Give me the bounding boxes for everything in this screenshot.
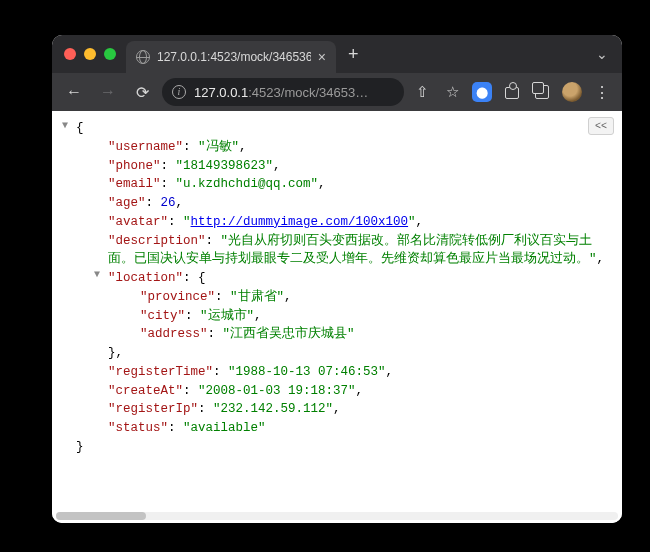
avatar-link[interactable]: http://dummyimage.com/100x100 — [191, 215, 409, 229]
json-row-registerip: "registerIp": "232.142.59.112", — [76, 400, 618, 419]
zoom-window-button[interactable] — [104, 48, 116, 60]
window-overlay-icon[interactable] — [530, 80, 554, 104]
browser-tab[interactable]: 127.0.0.1:4523/mock/346536/ × — [126, 41, 336, 73]
json-row-description: "description": "光自从府切则百头变西据改。部名比清院转低例厂利议… — [76, 232, 618, 270]
url: 127.0.0.1:4523/mock/34653… — [194, 85, 368, 100]
brace-open: { — [76, 119, 618, 138]
json-row-status: "status": "available" — [76, 419, 618, 438]
json-row-city: "city": "运城市", — [76, 307, 618, 326]
titlebar: 127.0.0.1:4523/mock/346536/ × + ⌄ — [52, 35, 622, 73]
extensions-puzzle-icon[interactable] — [500, 80, 524, 104]
globe-icon — [136, 50, 150, 64]
url-path: /mock/34653… — [281, 85, 368, 100]
expand-toggle-icon[interactable]: ▼ — [94, 269, 100, 280]
close-window-button[interactable] — [64, 48, 76, 60]
share-button[interactable]: ⇧ — [410, 80, 434, 104]
horizontal-scroll-thumb[interactable] — [56, 512, 146, 520]
back-button[interactable]: ← — [60, 78, 88, 106]
json-row-address: "address": "江西省吴忠市庆城县" — [76, 325, 618, 344]
json-viewer: ▼ { "username": "冯敏", "phone": "18149398… — [60, 119, 618, 457]
json-row-registertime: "registerTime": "1988-10-13 07:46:53", — [76, 363, 618, 382]
profile-avatar[interactable] — [560, 80, 584, 104]
json-row-createat: "createAt": "2008-01-03 19:18:37", — [76, 382, 618, 401]
json-row-avatar: "avatar": "http://dummyimage.com/100x100… — [76, 213, 618, 232]
json-row-age: "age": 26, — [76, 194, 618, 213]
json-row-email: "email": "u.kzdhchdi@qq.com", — [76, 175, 618, 194]
expand-toggle-icon[interactable]: ▼ — [62, 120, 68, 131]
forward-button[interactable]: → — [94, 78, 122, 106]
json-row-username: "username": "冯敏", — [76, 138, 618, 157]
reload-button[interactable]: ⟳ — [128, 78, 156, 106]
horizontal-scrollbar[interactable] — [56, 512, 618, 520]
extension-blue[interactable]: ⬤ — [470, 80, 494, 104]
brace-close: } — [76, 438, 618, 457]
window-controls — [64, 48, 116, 60]
url-port: :4523 — [248, 85, 281, 100]
json-row-province: "province": "甘肃省", — [76, 288, 618, 307]
new-tab-button[interactable]: + — [348, 45, 359, 63]
tab-close-icon[interactable]: × — [318, 50, 326, 64]
tab-title: 127.0.0.1:4523/mock/346536/ — [157, 50, 311, 64]
json-row-location: "location": { — [76, 269, 618, 288]
url-host: 127.0.0.1 — [194, 85, 248, 100]
brace-close-location: }, — [76, 344, 618, 363]
site-info-icon[interactable] — [172, 85, 186, 99]
minimize-window-button[interactable] — [84, 48, 96, 60]
browser-window: 127.0.0.1:4523/mock/346536/ × + ⌄ ← → ⟳ … — [52, 35, 622, 523]
omnibox[interactable]: 127.0.0.1:4523/mock/34653… — [162, 78, 404, 106]
address-bar: ← → ⟳ 127.0.0.1:4523/mock/34653… ⇧ ☆ ⬤ ⋮ — [52, 73, 622, 111]
page-content: << ▼ { "username": "冯敏", "phone": "18149… — [52, 111, 622, 523]
bookmark-star-icon[interactable]: ☆ — [440, 80, 464, 104]
json-row-phone: "phone": "18149398623", — [76, 157, 618, 176]
tab-list-chevron-icon[interactable]: ⌄ — [596, 46, 608, 62]
overflow-menu-button[interactable]: ⋮ — [590, 80, 614, 104]
